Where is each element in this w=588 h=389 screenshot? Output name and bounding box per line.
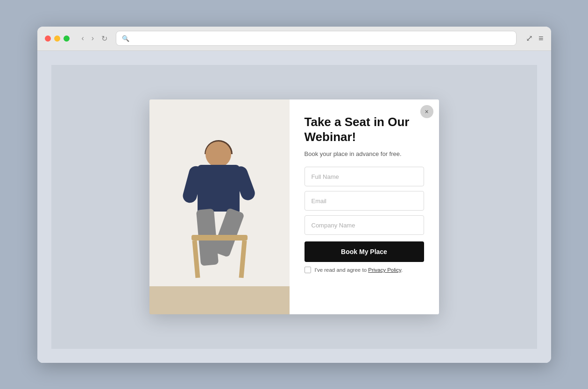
browser-actions: ⤢ ≡ xyxy=(526,33,544,43)
refresh-button[interactable]: ↻ xyxy=(99,32,110,45)
company-name-input[interactable] xyxy=(305,215,424,235)
person-figure xyxy=(173,127,266,314)
full-name-group xyxy=(305,167,424,186)
search-icon xyxy=(122,34,129,42)
browser-window: ‹ › ↻ ⤢ ≡ xyxy=(37,27,551,363)
modal-title: Take a Seat in Our Webinar! xyxy=(305,114,424,145)
address-bar xyxy=(116,31,517,46)
close-window-button[interactable] xyxy=(45,35,51,42)
browser-content: × Take a Seat in Our Webinar! Book your … xyxy=(37,51,551,363)
expand-button[interactable]: ⤢ xyxy=(526,33,533,43)
person-image xyxy=(149,99,290,314)
company-name-group xyxy=(305,215,424,235)
modal-subtitle: Book your place in advance for free. xyxy=(305,149,424,159)
full-name-input[interactable] xyxy=(305,167,424,186)
modal-overlay: × Take a Seat in Our Webinar! Book your … xyxy=(51,65,537,349)
chair-leg-right xyxy=(239,240,247,278)
privacy-row: I've read and agree to Privacy Policy. xyxy=(305,267,424,273)
modal-image-panel xyxy=(149,99,290,314)
person-head xyxy=(205,141,231,167)
privacy-text: I've read and agree to Privacy Policy. xyxy=(315,267,403,273)
person-right-leg xyxy=(212,207,245,257)
browser-toolbar: ‹ › ↻ ⤢ ≡ xyxy=(37,27,551,51)
maximize-window-button[interactable] xyxy=(64,35,70,42)
privacy-policy-link[interactable]: Privacy Policy xyxy=(368,267,401,273)
person-body xyxy=(198,165,240,212)
chair-leg-left xyxy=(192,240,200,278)
minimize-window-button[interactable] xyxy=(54,35,60,42)
email-input[interactable] xyxy=(305,191,424,211)
submit-button[interactable]: Book My Place xyxy=(305,241,424,262)
forward-button[interactable]: › xyxy=(89,32,97,44)
close-icon: × xyxy=(425,108,428,115)
nav-buttons: ‹ › ↻ xyxy=(79,32,111,45)
email-group xyxy=(305,191,424,211)
privacy-checkbox[interactable] xyxy=(305,267,311,273)
chair-seat xyxy=(191,235,248,240)
modal-form-panel: × Take a Seat in Our Webinar! Book your … xyxy=(290,99,439,314)
webinar-modal: × Take a Seat in Our Webinar! Book your … xyxy=(149,99,439,314)
menu-button[interactable]: ≡ xyxy=(538,34,544,43)
url-input[interactable] xyxy=(133,35,510,42)
modal-close-button[interactable]: × xyxy=(420,105,433,118)
traffic-lights xyxy=(45,35,70,42)
back-button[interactable]: ‹ xyxy=(79,32,87,44)
